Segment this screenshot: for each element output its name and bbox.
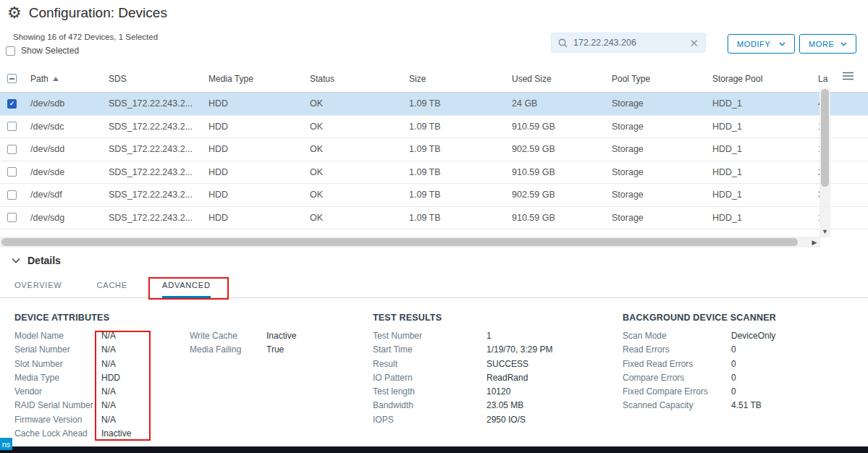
column-header-path[interactable]: Path — [29, 74, 107, 84]
table-row[interactable]: /dev/sdcSDS_172.22.243.2...HDDOK1.09 TB9… — [0, 116, 868, 139]
cell-status: OK — [308, 144, 408, 154]
cell-path: /dev/sdd — [29, 144, 107, 154]
attribute-value: 23.05 MB — [486, 399, 552, 412]
test-results-grid: Test Number1Start Time1/19/70, 3:29 PMRe… — [373, 329, 552, 427]
row-checkbox[interactable] — [7, 213, 17, 222]
attribute-value: 2950 IO/S — [486, 413, 552, 427]
attribute-label: Fixed Compare Errors — [623, 385, 731, 399]
cell-size: 1.09 TB — [408, 167, 510, 177]
background-scanner-panel: BACKGROUND DEVICE SCANNER Scan ModeDevic… — [623, 313, 776, 413]
attribute-label: IO Pattern — [373, 371, 486, 385]
cell-status: OK — [308, 167, 408, 177]
modify-button[interactable]: MODIFY — [728, 34, 795, 54]
cell-media-type: HDD — [207, 98, 308, 109]
cell-pool-type: Storage — [610, 190, 711, 200]
cell-path: /dev/sdf — [29, 190, 107, 200]
column-header-pool-type[interactable]: Pool Type — [610, 74, 711, 84]
tab-advanced[interactable]: ADVANCED — [162, 274, 211, 298]
cell-pool-type: Storage — [610, 98, 711, 109]
horizontal-scrollbar[interactable]: ▶ — [0, 237, 820, 247]
column-header-size[interactable]: Size — [408, 74, 510, 84]
cell-storage-pool: HDD_1 — [711, 122, 817, 132]
table-row[interactable]: /dev/sdfSDS_172.22.243.2...HDDOK1.09 TB9… — [0, 184, 868, 207]
attribute-value: DeviceOnly — [731, 329, 776, 343]
device-attributes-grid: Model NameN/ASerial NumberN/ASlot Number… — [14, 329, 190, 441]
vertical-scrollbar-thumb[interactable] — [821, 89, 829, 187]
attribute-label: Scanned Capacity — [623, 399, 731, 412]
show-selected-checkbox[interactable] — [6, 46, 15, 56]
more-button[interactable]: MORE — [799, 34, 856, 54]
column-settings-icon[interactable] — [843, 72, 854, 80]
cell-pool-type: Storage — [610, 213, 711, 223]
tab-overview[interactable]: OVERVIEW — [14, 274, 62, 298]
search-input[interactable] — [573, 38, 683, 48]
select-all-checkbox[interactable] — [7, 74, 17, 83]
attribute-label: Result — [373, 357, 486, 371]
details-collapse-header[interactable]: Details — [12, 255, 61, 266]
attribute-value: N/A — [101, 343, 190, 357]
row-checkbox[interactable] — [7, 122, 17, 131]
table-row[interactable]: /dev/sddSDS_172.22.243.2...HDDOK1.09 TB9… — [0, 138, 868, 161]
attribute-value: 0 — [731, 385, 776, 399]
device-attributes-panel: DEVICE ATTRIBUTES Model NameN/ASerial Nu… — [14, 313, 296, 441]
column-header-label: Storage Pool — [712, 74, 762, 84]
clear-search-icon[interactable]: ✕ — [689, 38, 699, 48]
column-header-label: Size — [409, 74, 426, 84]
attribute-label: Start Time — [373, 343, 486, 357]
table-row[interactable]: /dev/sdeSDS_172.22.243.2...HDDOK1.09 TB9… — [0, 161, 868, 185]
test-results-panel: TEST RESULTS Test Number1Start Time1/19/… — [373, 313, 552, 427]
attribute-value: 10120 — [486, 385, 552, 399]
attribute-value: SUCCESS — [486, 357, 552, 371]
column-header-used-size[interactable]: Used Size — [510, 74, 610, 84]
search-box[interactable]: ✕ — [551, 33, 706, 53]
scroll-right-arrow-icon[interactable]: ▶ — [809, 237, 820, 247]
cell-path: /dev/sdg — [29, 213, 107, 223]
attribute-label: Media Failing — [190, 343, 266, 357]
cell-path: /dev/sdc — [29, 122, 107, 132]
cell-media-type: HDD — [207, 144, 308, 154]
cell-storage-pool: HDD_1 — [711, 144, 817, 154]
search-icon — [558, 38, 568, 48]
cell-used-size: 910.59 GB — [510, 213, 610, 223]
scroll-down-arrow-icon[interactable]: ▼ — [819, 226, 830, 237]
tab-cache[interactable]: CACHE — [97, 274, 128, 298]
attribute-value: True — [266, 343, 296, 357]
attribute-label: Fixed Read Errors — [623, 357, 731, 371]
cell-sds: SDS_172.22.243.2... — [107, 122, 207, 132]
attribute-label: Cache Lock Ahead — [14, 427, 101, 441]
taskbar-edge — [0, 446, 868, 453]
vertical-scrollbar[interactable]: ▼ — [819, 88, 830, 237]
cell-sds: SDS_172.22.243.2... — [107, 213, 207, 223]
row-checkbox-cell — [0, 190, 29, 200]
row-checkbox[interactable] — [7, 167, 17, 177]
details-title: Details — [28, 255, 61, 266]
cell-size: 1.09 TB — [408, 122, 510, 132]
chevron-down-icon — [840, 42, 847, 46]
show-selected-toggle[interactable]: Show Selected — [6, 46, 79, 56]
background-scanner-grid: Scan ModeDeviceOnlyRead Errors0Fixed Rea… — [623, 329, 776, 413]
column-header-label: La — [818, 74, 827, 84]
horizontal-scrollbar-thumb[interactable] — [1, 238, 798, 246]
attribute-value: 1/19/70, 3:29 PM — [486, 343, 552, 357]
row-checkbox[interactable] — [7, 145, 17, 154]
attribute-value: N/A — [101, 399, 190, 412]
row-checkbox[interactable] — [7, 190, 17, 200]
attribute-value: ReadRand — [486, 371, 552, 385]
attribute-label: Bandwidth — [373, 399, 486, 412]
cell-pool-type: Storage — [610, 122, 711, 132]
table-row[interactable]: /dev/sdgSDS_172.22.243.2...HDDOK1.09 TB9… — [0, 207, 868, 230]
attribute-value: HDD — [101, 371, 190, 385]
sort-ascending-icon — [53, 77, 59, 81]
modify-button-label: MODIFY — [737, 40, 770, 48]
attribute-value: N/A — [101, 385, 190, 399]
attribute-value: Inactive — [266, 329, 296, 343]
column-header-media-type[interactable]: Media Type — [207, 74, 308, 84]
cell-size: 1.09 TB — [408, 144, 510, 154]
cell-path: /dev/sde — [29, 167, 107, 177]
column-header-sds[interactable]: SDS — [107, 74, 207, 84]
row-checkbox[interactable]: ✓ — [7, 99, 17, 109]
column-header-storage-pool[interactable]: Storage Pool — [711, 74, 817, 84]
table-row[interactable]: ✓/dev/sdbSDS_172.22.243.2...HDDOK1.09 TB… — [0, 93, 868, 116]
column-header-status[interactable]: Status — [308, 74, 408, 84]
attribute-value: 0 — [731, 343, 776, 357]
